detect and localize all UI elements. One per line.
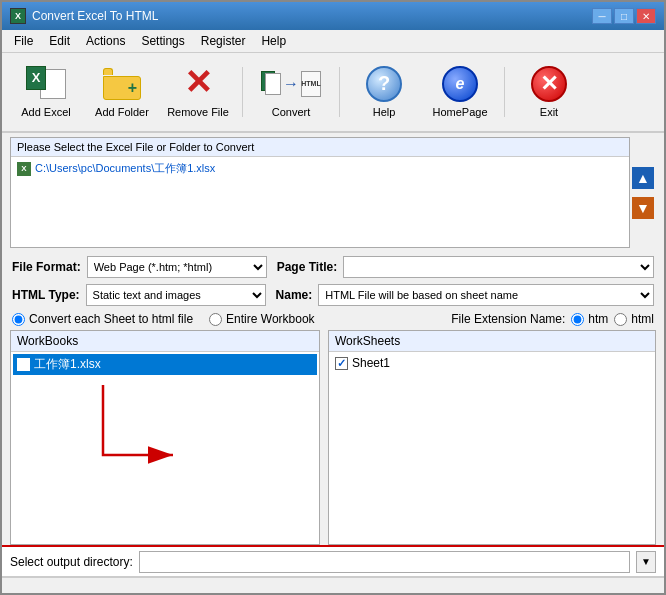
exit-button[interactable]: ✕ Exit <box>513 58 585 126</box>
toolbar: X Add Excel + Add Folder ✕ Remove File <box>2 53 664 133</box>
menu-register[interactable]: Register <box>193 32 254 50</box>
name-label: Name: <box>276 288 313 302</box>
title-bar-left: X Convert Excel To HTML <box>10 8 159 24</box>
workbooks-content[interactable]: ✓ 工作簿1.xlsx <box>11 352 319 544</box>
htm-radio-group: htm <box>571 312 608 326</box>
file-excel-icon: X <box>17 162 31 176</box>
title-bar: X Convert Excel To HTML ─ □ ✕ <box>2 2 664 30</box>
separator-2 <box>339 67 340 117</box>
scroll-up-icon: ▲ <box>636 171 650 185</box>
file-list-area: Please Select the Excel File or Folder t… <box>10 137 630 248</box>
red-arrow-svg <box>43 375 243 495</box>
convert-button[interactable]: X → HTML Convert <box>251 58 331 126</box>
output-label: Select output directory: <box>10 555 133 569</box>
help-button[interactable]: ? Help <box>348 58 420 126</box>
exit-icon: ✕ <box>529 65 569 103</box>
page-title-select[interactable] <box>343 256 654 278</box>
add-excel-label: Add Excel <box>21 106 71 119</box>
menu-actions[interactable]: Actions <box>78 32 133 50</box>
output-bar: Select output directory: ▼ <box>2 545 664 577</box>
add-folder-button[interactable]: + Add Folder <box>86 58 158 126</box>
html-type-group: HTML Type: Static text and images Dynami… <box>12 284 266 306</box>
scroll-up-button[interactable]: ▲ <box>632 167 654 189</box>
homepage-button[interactable]: e HomePage <box>424 58 496 126</box>
title-controls: ─ □ ✕ <box>592 8 656 24</box>
html-radio[interactable] <box>614 313 627 326</box>
maximize-button[interactable]: □ <box>614 8 634 24</box>
arrow-container <box>13 375 317 495</box>
homepage-icon: e <box>440 65 480 103</box>
htm-label: htm <box>588 312 608 326</box>
help-label: Help <box>373 106 396 119</box>
menu-edit[interactable]: Edit <box>41 32 78 50</box>
file-list-section: Please Select the Excel File or Folder t… <box>10 137 656 248</box>
html-type-label: HTML Type: <box>12 288 80 302</box>
worksheet-item[interactable]: ✓ Sheet1 <box>331 354 653 372</box>
file-ext-group: File Extension Name: htm html <box>451 312 654 326</box>
entire-workbook-label: Entire Workbook <box>226 312 314 326</box>
remove-file-icon: ✕ <box>178 65 218 103</box>
entire-workbook-radio-group: Entire Workbook <box>209 312 314 326</box>
status-bar <box>2 577 664 593</box>
output-input[interactable] <box>139 551 630 573</box>
check-icon: ✓ <box>337 357 346 370</box>
file-format-select[interactable]: Web Page (*.htm; *html) <box>87 256 267 278</box>
file-path: C:\Users\pc\Documents\工作簿1.xlsx <box>35 161 215 176</box>
workbooks-panel: WorkBooks ✓ 工作簿1.xlsx <box>10 330 320 545</box>
convert-sheet-radio[interactable] <box>12 313 25 326</box>
convert-label: Convert <box>272 106 311 119</box>
homepage-label: HomePage <box>432 106 487 119</box>
convert-sheet-radio-group: Convert each Sheet to html file <box>12 312 193 326</box>
scroll-down-button[interactable]: ▼ <box>632 197 654 219</box>
worksheets-content[interactable]: ✓ Sheet1 <box>329 352 655 544</box>
htm-radio[interactable] <box>571 313 584 326</box>
remove-file-button[interactable]: ✕ Remove File <box>162 58 234 126</box>
file-format-label: File Format: <box>12 260 81 274</box>
main-window: X Convert Excel To HTML ─ □ ✕ File Edit … <box>0 0 666 595</box>
output-dropdown-button[interactable]: ▼ <box>636 551 656 573</box>
main-panels: WorkBooks ✓ 工作簿1.xlsx <box>2 330 664 545</box>
workbook-name: 工作簿1.xlsx <box>34 356 101 373</box>
menu-bar: File Edit Actions Settings Register Help <box>2 30 664 53</box>
add-folder-label: Add Folder <box>95 106 149 119</box>
radio-row: Convert each Sheet to html file Entire W… <box>2 308 664 330</box>
add-excel-icon: X <box>26 65 66 103</box>
app-icon: X <box>10 8 26 24</box>
separator-1 <box>242 67 243 117</box>
name-group: Name: HTML File will be based on sheet n… <box>276 284 654 306</box>
menu-settings[interactable]: Settings <box>133 32 192 50</box>
scroll-side: ▲ ▼ <box>630 137 656 248</box>
worksheets-panel: WorkSheets ✓ Sheet1 <box>328 330 656 545</box>
file-list-content[interactable]: X C:\Users\pc\Documents\工作簿1.xlsx <box>11 157 629 247</box>
separator-3 <box>504 67 505 117</box>
worksheets-header: WorkSheets <box>329 331 655 352</box>
file-ext-label: File Extension Name: <box>451 312 565 326</box>
convert-sheet-label: Convert each Sheet to html file <box>29 312 193 326</box>
exit-label: Exit <box>540 106 558 119</box>
entire-workbook-radio[interactable] <box>209 313 222 326</box>
options-section: File Format: Web Page (*.htm; *html) Pag… <box>2 252 664 330</box>
options-row-2: HTML Type: Static text and images Dynami… <box>2 282 664 308</box>
scroll-down-icon: ▼ <box>636 201 650 215</box>
menu-file[interactable]: File <box>6 32 41 50</box>
add-excel-button[interactable]: X Add Excel <box>10 58 82 126</box>
name-select[interactable]: HTML File will be based on sheet name <box>318 284 654 306</box>
close-button[interactable]: ✕ <box>636 8 656 24</box>
help-icon: ? <box>364 65 404 103</box>
file-list-header: Please Select the Excel File or Folder t… <box>11 138 629 157</box>
options-row-1: File Format: Web Page (*.htm; *html) Pag… <box>2 252 664 282</box>
html-type-select[interactable]: Static text and images Dynamic Interacti… <box>86 284 266 306</box>
workbook-item[interactable]: ✓ 工作簿1.xlsx <box>13 354 317 375</box>
page-title-label: Page Title: <box>277 260 337 274</box>
dropdown-arrow-icon: ▼ <box>641 556 651 567</box>
add-folder-icon: + <box>102 65 142 103</box>
page-title-group: Page Title: <box>277 256 654 278</box>
window-title: Convert Excel To HTML <box>32 9 159 23</box>
worksheet-name: Sheet1 <box>352 356 390 370</box>
minimize-button[interactable]: ─ <box>592 8 612 24</box>
html-radio-group: html <box>614 312 654 326</box>
workbook-checkbox[interactable]: ✓ <box>17 358 30 371</box>
menu-help[interactable]: Help <box>253 32 294 50</box>
workbooks-header: WorkBooks <box>11 331 319 352</box>
worksheet-checkbox[interactable]: ✓ <box>335 357 348 370</box>
